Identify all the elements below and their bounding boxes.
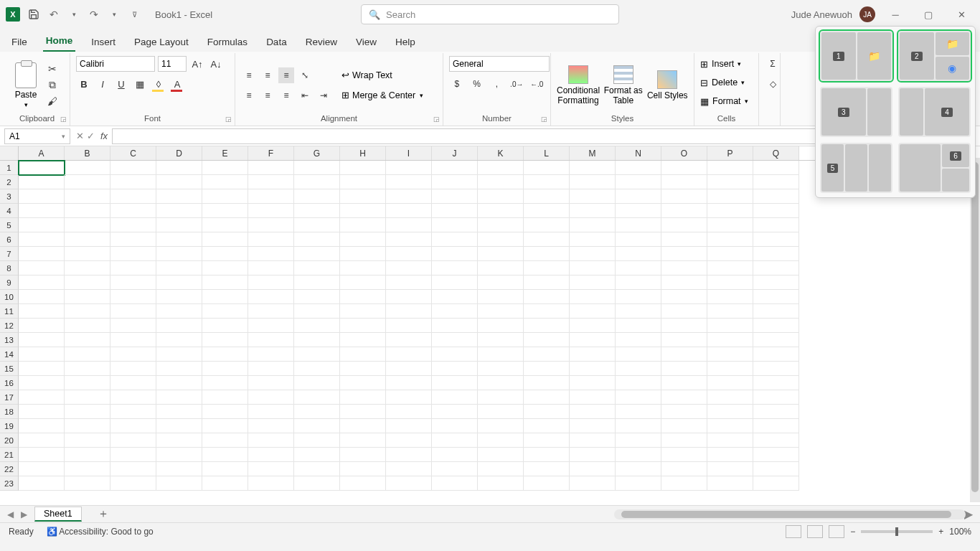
cell[interactable] bbox=[294, 405, 340, 419]
cell[interactable] bbox=[65, 476, 110, 491]
snap-layout-6[interactable]: 6 bbox=[898, 143, 971, 193]
cell[interactable] bbox=[432, 204, 478, 218]
cell[interactable] bbox=[524, 204, 570, 218]
cell[interactable] bbox=[661, 333, 707, 347]
cell[interactable] bbox=[294, 362, 340, 376]
comma-format-icon[interactable]: , bbox=[489, 76, 505, 92]
cell[interactable] bbox=[753, 290, 799, 304]
cell[interactable] bbox=[248, 247, 294, 261]
cell[interactable] bbox=[110, 433, 156, 448]
column-header[interactable]: C bbox=[110, 146, 156, 160]
cell[interactable] bbox=[248, 304, 294, 319]
align-center-icon[interactable]: ≡ bbox=[260, 88, 275, 103]
cell[interactable] bbox=[707, 276, 753, 290]
column-header[interactable]: N bbox=[616, 146, 661, 160]
cell[interactable] bbox=[202, 390, 248, 405]
cell[interactable] bbox=[65, 362, 110, 376]
row-header[interactable]: 14 bbox=[0, 347, 19, 362]
align-top-icon[interactable]: ≡ bbox=[241, 67, 257, 83]
cell[interactable] bbox=[156, 204, 202, 218]
cell[interactable] bbox=[478, 433, 524, 448]
cell[interactable] bbox=[19, 433, 65, 448]
cell[interactable] bbox=[524, 347, 570, 362]
cell[interactable] bbox=[294, 261, 340, 276]
cell[interactable] bbox=[294, 448, 340, 462]
cell[interactable] bbox=[65, 304, 110, 319]
column-header[interactable]: L bbox=[524, 146, 570, 160]
cell[interactable] bbox=[65, 376, 110, 390]
row-header[interactable]: 18 bbox=[0, 405, 19, 419]
cell[interactable] bbox=[432, 476, 478, 491]
cell[interactable] bbox=[248, 347, 294, 362]
cell[interactable] bbox=[707, 376, 753, 390]
cell[interactable] bbox=[753, 476, 799, 491]
sheet-prev-icon[interactable]: ◀ bbox=[7, 509, 14, 519]
row-header[interactable]: 17 bbox=[0, 390, 19, 405]
cell[interactable] bbox=[19, 362, 65, 376]
cell[interactable] bbox=[248, 290, 294, 304]
row-header[interactable]: 4 bbox=[0, 204, 19, 218]
cell[interactable] bbox=[661, 362, 707, 376]
cell[interactable] bbox=[248, 390, 294, 405]
cell[interactable] bbox=[616, 218, 661, 232]
cell[interactable] bbox=[156, 347, 202, 362]
row-header[interactable]: 2 bbox=[0, 175, 19, 189]
cell[interactable] bbox=[294, 161, 340, 175]
cell[interactable] bbox=[386, 290, 432, 304]
cell[interactable] bbox=[19, 304, 65, 319]
cell[interactable] bbox=[156, 433, 202, 448]
font-launcher-icon[interactable]: ◲ bbox=[225, 116, 232, 123]
cell[interactable] bbox=[707, 304, 753, 319]
font-size-select[interactable] bbox=[158, 56, 187, 72]
cell[interactable] bbox=[110, 390, 156, 405]
cell[interactable] bbox=[570, 462, 616, 476]
cell[interactable] bbox=[248, 476, 294, 491]
cell[interactable] bbox=[386, 247, 432, 261]
cell[interactable] bbox=[19, 333, 65, 347]
row-header[interactable]: 20 bbox=[0, 433, 19, 448]
cell[interactable] bbox=[616, 290, 661, 304]
delete-cells-button[interactable]: ⊟Delete▾ bbox=[700, 75, 753, 90]
cell[interactable] bbox=[65, 232, 110, 247]
cell[interactable] bbox=[524, 362, 570, 376]
cell[interactable] bbox=[753, 405, 799, 419]
cell[interactable] bbox=[110, 362, 156, 376]
cell[interactable] bbox=[19, 462, 65, 476]
cell[interactable] bbox=[753, 362, 799, 376]
cell[interactable] bbox=[524, 319, 570, 333]
column-header[interactable]: H bbox=[340, 146, 386, 160]
cell[interactable] bbox=[19, 247, 65, 261]
row-header[interactable]: 9 bbox=[0, 276, 19, 290]
cell[interactable] bbox=[340, 204, 386, 218]
cell[interactable] bbox=[386, 347, 432, 362]
cell[interactable] bbox=[19, 376, 65, 390]
cell[interactable] bbox=[707, 362, 753, 376]
column-header[interactable]: F bbox=[248, 146, 294, 160]
cell[interactable] bbox=[340, 333, 386, 347]
cell[interactable] bbox=[156, 304, 202, 319]
cell[interactable] bbox=[432, 218, 478, 232]
cell[interactable] bbox=[294, 175, 340, 189]
cell[interactable] bbox=[386, 476, 432, 491]
underline-button[interactable]: U bbox=[113, 76, 129, 92]
cell[interactable] bbox=[110, 204, 156, 218]
cell[interactable] bbox=[707, 247, 753, 261]
cell[interactable] bbox=[19, 347, 65, 362]
increase-font-icon[interactable]: A↑ bbox=[189, 56, 205, 72]
cell[interactable] bbox=[432, 232, 478, 247]
cell[interactable] bbox=[340, 476, 386, 491]
cell[interactable] bbox=[202, 476, 248, 491]
column-header[interactable]: M bbox=[570, 146, 616, 160]
zoom-in-icon[interactable]: + bbox=[938, 527, 943, 537]
cell[interactable] bbox=[753, 347, 799, 362]
cell[interactable] bbox=[570, 161, 616, 175]
cell[interactable] bbox=[707, 189, 753, 204]
cell[interactable] bbox=[524, 232, 570, 247]
align-middle-icon[interactable]: ≡ bbox=[260, 67, 275, 83]
cell[interactable] bbox=[202, 304, 248, 319]
cell[interactable] bbox=[156, 476, 202, 491]
cell[interactable] bbox=[340, 376, 386, 390]
cell[interactable] bbox=[524, 376, 570, 390]
cell[interactable] bbox=[386, 261, 432, 276]
close-button[interactable]: ✕ bbox=[948, 4, 974, 24]
